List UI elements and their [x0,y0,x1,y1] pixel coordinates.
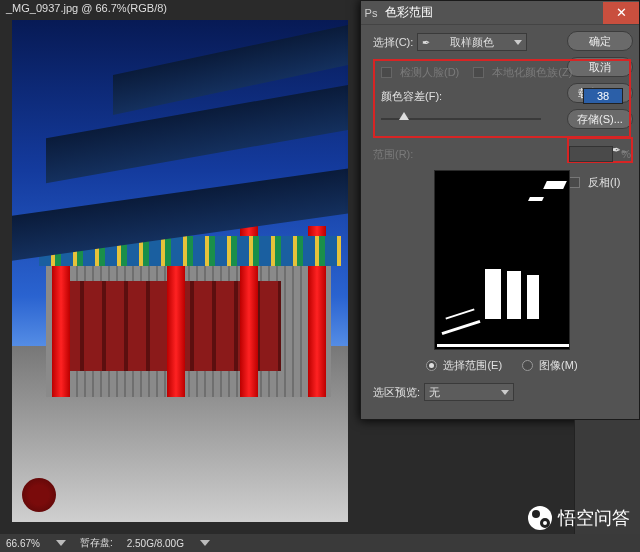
radio-selection[interactable] [426,360,437,371]
scratch-label: 暂存盘: [80,536,113,550]
fuzziness-slider[interactable] [381,112,541,126]
radio-selection-label: 选择范围(E) [443,358,502,373]
watermark-text: 悟空问答 [558,506,630,530]
fuzziness-label: 颜色容差(F): [381,89,442,104]
photoshop-window: _MG_0937.jpg @ 66.7%(RGB/8) Ps 色彩范围 ✕ 确定… [0,0,640,552]
slider-thumb-icon[interactable] [399,112,409,120]
preview-label: 选区预览: [373,385,420,400]
select-label: 选择(C): [373,35,413,50]
dialog-title: 色彩范围 [381,4,603,21]
select-dropdown[interactable]: ✒ 取样颜色 [417,33,527,51]
range-input [569,146,613,162]
chevron-down-icon [514,40,522,45]
scratch-value: 2.50G/8.00G [127,538,184,549]
range-unit: % [621,148,631,160]
detect-faces-checkbox [381,67,392,78]
detect-faces-label: 检测人脸(D) [400,65,459,80]
status-bar: 66.67% 暂存盘: 2.50G/8.00G [0,534,640,552]
localized-label: 本地化颜色族(Z) [492,65,572,80]
wukong-logo-icon [528,506,552,530]
chevron-down-icon[interactable] [200,540,210,546]
range-label: 范围(R): [373,147,413,162]
zoom-level[interactable]: 66.67% [6,538,40,549]
document-canvas[interactable] [12,20,348,522]
selection-preview[interactable] [434,170,570,350]
ps-app-icon: Ps [361,7,381,19]
fuzziness-input[interactable]: 38 [583,88,623,104]
preview-value: 无 [429,385,440,400]
radio-image-label: 图像(M) [539,358,578,373]
radio-image[interactable] [522,360,533,371]
dialog-titlebar[interactable]: Ps 色彩范围 ✕ [361,1,639,25]
close-icon[interactable]: ✕ [603,2,639,24]
chevron-down-icon [501,390,509,395]
select-value: 取样颜色 [450,35,494,50]
fuzziness-highlight-box: 检测人脸(D) 本地化颜色族(Z) 颜色容差(F): 38 [373,59,631,138]
preview-dropdown[interactable]: 无 [424,383,514,401]
stamp-mark [22,478,56,512]
document-tab[interactable]: _MG_0937.jpg @ 66.7%(RGB/8) [6,2,167,14]
chevron-down-icon[interactable] [56,540,66,546]
localized-checkbox[interactable] [473,67,484,78]
watermark: 悟空问答 [528,506,630,530]
color-range-dialog: Ps 色彩范围 ✕ 确定 取消 载入(L)... 存储(S)... ✒ ✒₊ ✒… [360,0,640,420]
